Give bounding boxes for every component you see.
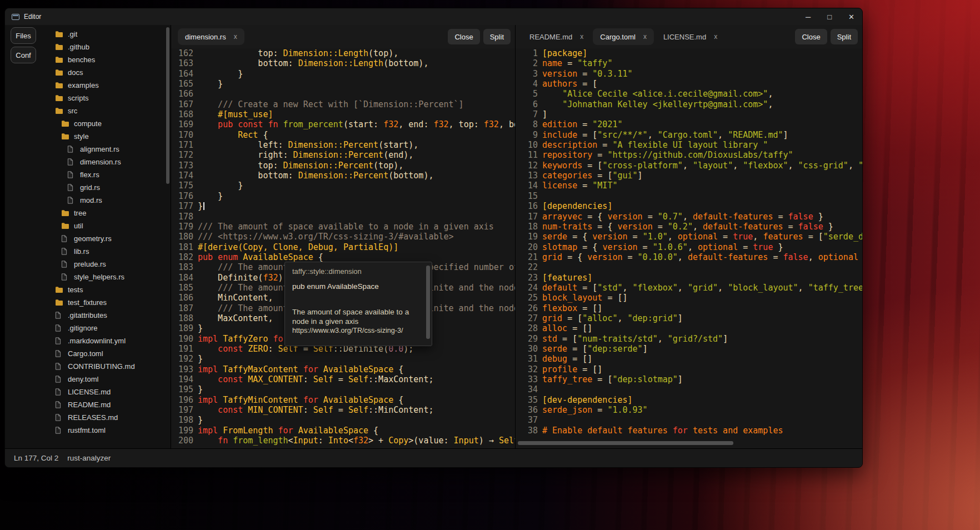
code-line-25[interactable]: 25block_layout = [] xyxy=(516,293,862,303)
code-line-14[interactable]: 14license = "MIT" xyxy=(516,181,862,191)
code-line-178[interactable]: 178 xyxy=(171,212,515,222)
code-line-176[interactable]: 176 } xyxy=(171,191,515,201)
code-line-13[interactable]: 13categories = ["gui"] xyxy=(516,171,862,181)
tree-item-dimension-rs[interactable]: dimension.rs xyxy=(42,156,171,168)
tree-item-util[interactable]: util xyxy=(42,219,171,232)
tree-item-alignment-rs[interactable]: alignment.rs xyxy=(42,143,171,156)
code-line-29[interactable]: 29std = ["num-traits/std", "grid?/std"] xyxy=(516,334,862,344)
code-line-199[interactable]: 199impl FromLength for AvailableSpace { xyxy=(171,426,515,436)
close-window-button[interactable]: ✕ xyxy=(848,13,854,21)
tab-readme-md[interactable]: README.md x xyxy=(522,28,591,45)
code-line-182[interactable]: 182pub enum AvailableSpace { xyxy=(171,252,515,262)
code-line-37[interactable]: 37 xyxy=(516,415,862,425)
code-line-19[interactable]: 19serde = { version = "1.0", optional = … xyxy=(516,232,862,242)
close-pane-button[interactable]: Close xyxy=(795,29,827,44)
tab-close-icon[interactable]: x xyxy=(643,33,647,41)
tree-item-flex-rs[interactable]: flex.rs xyxy=(42,168,171,181)
tooltip-scrollbar[interactable] xyxy=(426,266,430,339)
code-line-31[interactable]: 31debug = [] xyxy=(516,354,862,364)
code-line-192[interactable]: 192} xyxy=(171,354,515,364)
tree-item-mod-rs[interactable]: mod.rs xyxy=(42,194,171,207)
code-line-2[interactable]: 2name = "taffy" xyxy=(516,58,862,68)
tree-item-readme-md[interactable]: README.md xyxy=(42,398,171,411)
code-line-35[interactable]: 35[dev-dependencies] xyxy=(516,395,862,405)
tree-item--gitattributes[interactable]: .gitattributes xyxy=(42,309,171,322)
tree-item-releases-md[interactable]: RELEASES.md xyxy=(42,411,171,424)
tree-item-scripts[interactable]: scripts xyxy=(42,92,171,104)
code-line-166[interactable]: 166 xyxy=(171,89,515,99)
code-line-168[interactable]: 168 #[must_use] xyxy=(171,109,515,119)
tree-scrollbar[interactable] xyxy=(166,27,169,184)
tab-dimension-rs[interactable]: dimension.rs x xyxy=(178,28,244,45)
code-line-164[interactable]: 164 } xyxy=(171,69,515,79)
code-line-194[interactable]: 194 const MAX_CONTENT: Self = Self::MaxC… xyxy=(171,374,515,384)
code-line-181[interactable]: 181#[derive(Copy, Clone, Debug, PartialE… xyxy=(171,242,515,252)
code-line-4[interactable]: 4authors = [ xyxy=(516,79,862,89)
code-line-177[interactable]: 177} xyxy=(171,201,515,211)
config-button[interactable]: Conf xyxy=(11,47,36,63)
tree-item-cargo-toml[interactable]: Cargo.toml xyxy=(42,347,171,360)
tree-item-deny-toml[interactable]: deny.toml xyxy=(42,373,171,386)
code-line-32[interactable]: 32profile = [] xyxy=(516,364,862,374)
code-line-28[interactable]: 28alloc = [] xyxy=(516,323,862,333)
tab-cargo-toml[interactable]: Cargo.toml x xyxy=(593,28,654,45)
code-line-38[interactable]: 38# Enable default features for tests an… xyxy=(516,426,862,436)
code-line-172[interactable]: 172 right: Dimension::Percent(end), xyxy=(171,150,515,160)
code-line-16[interactable]: 16[dependencies] xyxy=(516,201,862,211)
code-line-27[interactable]: 27grid = ["alloc", "dep:grid"] xyxy=(516,313,862,323)
tab-license-md[interactable]: LICENSE.md x xyxy=(656,28,724,45)
code-line-24[interactable]: 24default = ["std", "flexbox", "grid", "… xyxy=(516,283,862,293)
tree-item-rustfmt-toml[interactable]: rustfmt.toml xyxy=(42,424,171,437)
tree-item-compute[interactable]: compute xyxy=(42,117,171,130)
right-editor-code[interactable]: 1[package]2name = "taffy"3version = "0.3… xyxy=(516,48,862,448)
code-line-195[interactable]: 195} xyxy=(171,384,515,394)
tab-close-icon[interactable]: x xyxy=(234,33,237,41)
tree-item-lib-rs[interactable]: lib.rs xyxy=(42,245,171,258)
code-line-22[interactable]: 22 xyxy=(516,262,862,272)
close-pane-button[interactable]: Close xyxy=(448,29,479,44)
code-line-11[interactable]: 11repository = "https://github.com/Dioxu… xyxy=(516,150,862,160)
tree-item-style-helpers-rs[interactable]: style_helpers.rs xyxy=(42,271,171,283)
code-line-163[interactable]: 163 bottom: Dimension::Length(bottom), xyxy=(171,58,515,68)
code-line-197[interactable]: 197 const MIN_CONTENT: Self = Self::MinC… xyxy=(171,405,515,415)
code-line-9[interactable]: 9include = ["src/**/*", "Cargo.toml", "R… xyxy=(516,130,862,140)
code-line-170[interactable]: 170 Rect { xyxy=(171,130,515,140)
title-bar[interactable]: Editor ─ □ ✕ xyxy=(5,8,862,25)
code-line-36[interactable]: 36serde_json = "1.0.93" xyxy=(516,405,862,415)
scrollbar-thumb[interactable] xyxy=(518,441,733,445)
tree-item-benches[interactable]: benches xyxy=(42,53,171,66)
code-line-174[interactable]: 174 bottom: Dimension::Percent(bottom), xyxy=(171,171,515,181)
code-line-175[interactable]: 175 } xyxy=(171,181,515,191)
code-line-198[interactable]: 198} xyxy=(171,415,515,425)
tree-item-test-fixtures[interactable]: test_fixtures xyxy=(42,296,171,309)
code-line-12[interactable]: 12keywords = ["cross-platform", "layout"… xyxy=(516,161,862,171)
left-editor-code[interactable]: 162 top: Dimension::Length(top),163 bott… xyxy=(171,48,515,448)
code-line-173[interactable]: 173 top: Dimension::Percent(top), xyxy=(171,161,515,171)
code-line-34[interactable]: 34 xyxy=(516,384,862,394)
split-pane-button[interactable]: Split xyxy=(831,29,858,44)
tree-item-tree[interactable]: tree xyxy=(42,207,171,219)
code-line-167[interactable]: 167 /// Create a new Rect with [`Dimensi… xyxy=(171,99,515,109)
tab-close-icon[interactable]: x xyxy=(580,33,583,41)
code-line-33[interactable]: 33taffy_tree = ["dep:slotmap"] xyxy=(516,374,862,384)
code-line-20[interactable]: 20slotmap = { version = "1.0.6", optiona… xyxy=(516,242,862,252)
maximize-button[interactable]: □ xyxy=(827,13,832,21)
tree-item--github[interactable]: .github xyxy=(42,41,171,53)
minimize-button[interactable]: ─ xyxy=(806,13,811,21)
code-line-21[interactable]: 21grid = { version = "0.10.0", default-f… xyxy=(516,252,862,262)
code-line-30[interactable]: 30serde = ["dep:serde"] xyxy=(516,344,862,354)
code-line-162[interactable]: 162 top: Dimension::Length(top), xyxy=(171,48,515,58)
code-line-180[interactable]: 180/// <https://www.w3.org/TR/css-sizing… xyxy=(171,232,515,242)
tree-item-src[interactable]: src xyxy=(42,104,171,117)
tree-item-docs[interactable]: docs xyxy=(42,66,171,79)
code-line-18[interactable]: 18num-traits = { version = "0.2", defaul… xyxy=(516,222,862,232)
code-line-8[interactable]: 8edition = "2021" xyxy=(516,119,862,129)
code-line-23[interactable]: 23[features] xyxy=(516,273,862,283)
tab-close-icon[interactable]: x xyxy=(714,33,717,41)
tree-item-style[interactable]: style xyxy=(42,130,171,143)
code-line-5[interactable]: 5 "Alice Cecile <alice.i.cecile@gmail.co… xyxy=(516,89,862,99)
tree-item-contributing-md[interactable]: CONTRIBUTING.md xyxy=(42,360,171,373)
tree-item-prelude-rs[interactable]: prelude.rs xyxy=(42,258,171,271)
code-line-6[interactable]: 6 "Johnathan Kelley <jkelleyrtp@gmail.co… xyxy=(516,99,862,109)
code-line-10[interactable]: 10description = "A flexible UI layout li… xyxy=(516,140,862,150)
